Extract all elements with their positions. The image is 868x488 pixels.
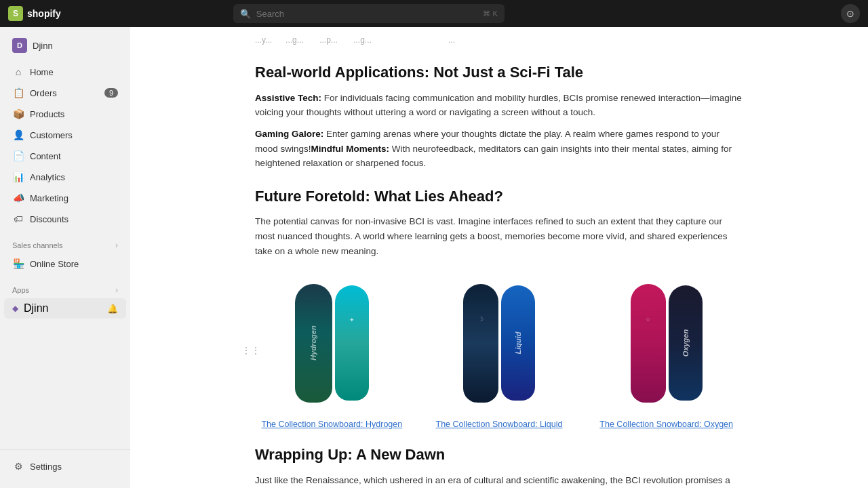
sidebar-item-online-store[interactable]: 🏪 Online Store	[4, 253, 126, 274]
sales-channels-chevron[interactable]: ›	[115, 241, 118, 250]
home-icon: ⌂	[12, 66, 24, 78]
sidebar-item-discounts[interactable]: 🏷 Discounts	[4, 209, 126, 229]
product-item-hydrogen: Hydrogen ✦ The Collection Snowboard: Hyd…	[255, 272, 409, 429]
products-icon: 📦	[12, 108, 24, 120]
sidebar-item-products-label: Products	[30, 109, 64, 119]
sidebar-item-analytics[interactable]: 📊 Analytics	[4, 167, 126, 187]
djinn-app-left: ◆ Djinn	[12, 302, 48, 314]
sidebar-item-analytics-label: Analytics	[30, 172, 65, 182]
marketing-icon: 📣	[12, 192, 24, 204]
settings-icon: ⚙	[12, 460, 24, 472]
analytics-icon: 📊	[12, 171, 24, 183]
search-shortcut: ⌘ K	[483, 9, 497, 18]
topbar-right: ⊙	[841, 4, 860, 23]
article-intro-fade: ...y... ...g... ...p... ...g... ...	[255, 27, 743, 47]
sidebar-item-orders[interactable]: 📋 Orders 9	[4, 83, 126, 103]
product-grid-section: ⋮⋮ Hydrogen ✦	[255, 272, 743, 429]
product-item-liquid: ☽ Liquid The Collection Snowboard: Liqui…	[422, 272, 576, 429]
content-icon: 📄	[12, 150, 24, 162]
sidebar-item-settings-label: Settings	[30, 462, 62, 472]
sidebar-item-settings[interactable]: ⚙ Settings	[4, 456, 126, 476]
sidebar-bottom: ⚙ Settings	[0, 449, 130, 483]
product-image-liquid: ☽ Liquid	[431, 272, 567, 414]
assistive-tech-bold: Assistive Tech:	[255, 93, 321, 103]
sidebar-item-content-label: Content	[30, 151, 61, 161]
sidebar-item-content[interactable]: 📄 Content	[4, 146, 126, 166]
section3-heading: Wrapping Up: A New Dawn	[255, 445, 743, 465]
snowboard-hydrogen-dark: Hydrogen	[295, 284, 332, 403]
future-para: The potential canvas for non-invasive BC…	[255, 214, 743, 258]
sidebar-item-customers-label: Customers	[30, 130, 73, 140]
drag-handle[interactable]: ⋮⋮	[241, 345, 260, 356]
sidebar-item-marketing[interactable]: 📣 Marketing	[4, 188, 126, 208]
product-link-hydrogen[interactable]: The Collection Snowboard: Hydrogen	[261, 420, 402, 429]
product-item-oxygen: ○ Oxygen The Collection Snowboard: Oxyge…	[589, 272, 743, 429]
shopify-logo-text: shopify	[27, 8, 61, 19]
mindful-bold: Mindful Moments:	[311, 144, 389, 154]
shopify-logo[interactable]: S shopify	[8, 6, 61, 21]
sidebar-item-orders-label: Orders	[30, 88, 57, 98]
sidebar-item-products[interactable]: 📦 Products	[4, 104, 126, 124]
djinn-app-icon: ◆	[12, 304, 18, 313]
apps-chevron[interactable]: ›	[115, 285, 118, 295]
product-image-oxygen: ○ Oxygen	[599, 272, 734, 414]
search-icon: 🔍	[240, 9, 251, 19]
topbar: S shopify 🔍 ⌘ K ⊙	[0, 0, 868, 27]
djinn-app-label: Djinn	[24, 302, 48, 314]
snowboard-oxygen-pink: ○	[631, 284, 666, 403]
discounts-icon: 🏷	[12, 213, 24, 225]
apps-section: Apps › ◆ Djinn 🔔	[0, 277, 130, 322]
snowboard-pair-oxygen: ○ Oxygen	[631, 284, 703, 403]
sidebar-item-online-store-label: Online Store	[30, 259, 79, 269]
customers-icon: 👤	[12, 129, 24, 141]
orders-icon: 📋	[12, 87, 24, 99]
sidebar-item-marketing-label: Marketing	[30, 193, 68, 203]
main-content: ...y... ...g... ...p... ...g... ... Real…	[130, 27, 868, 488]
sidebar-item-home-label: Home	[30, 67, 54, 77]
snowboard-pair-liquid: ☽ Liquid	[463, 284, 535, 403]
sidebar: D Djinn ⌂ Home 📋 Orders 9 📦 Products 👤 C…	[0, 27, 130, 488]
product-link-liquid[interactable]: The Collection Snowboard: Liquid	[436, 420, 563, 429]
snowboard-liquid-blue: Liquid	[501, 285, 535, 401]
djinn-bell-icon[interactable]: 🔔	[107, 304, 118, 314]
sidebar-item-home[interactable]: ⌂ Home	[4, 62, 126, 82]
snowboard-liquid-dark: ☽	[463, 284, 498, 403]
sidebar-item-customers[interactable]: 👤 Customers	[4, 125, 126, 145]
snowboard-oxygen-dark: Oxygen	[669, 285, 703, 401]
djinn-avatar: D	[12, 38, 27, 53]
content-area: ...y... ...g... ...p... ...g... ... Real…	[130, 27, 868, 488]
wrapping-para: Just like the Renaissance, which ushered…	[255, 473, 743, 488]
section2-heading: Future Foretold: What Lies Ahead?	[255, 187, 743, 207]
gaming-para: Gaming Galore: Enter gaming arenas where…	[255, 127, 743, 171]
search-bar[interactable]: 🔍 ⌘ K	[233, 4, 505, 23]
product-image-hydrogen: Hydrogen ✦	[264, 272, 399, 414]
assistive-tech-text: For individuals facing communication and…	[255, 93, 742, 118]
section1-heading: Real-world Applications: Not Just a Sci-…	[255, 63, 743, 83]
snowboard-pair-hydrogen: Hydrogen ✦	[295, 284, 369, 403]
sales-channels-label: Sales channels ›	[0, 235, 130, 253]
product-link-oxygen[interactable]: The Collection Snowboard: Oxygen	[599, 420, 733, 429]
sidebar-item-discounts-label: Discounts	[30, 214, 68, 224]
apps-section-label: Apps ›	[0, 280, 130, 298]
shopify-logo-icon: S	[8, 6, 23, 21]
nav-section-main: ⌂ Home 📋 Orders 9 📦 Products 👤 Customers…	[0, 58, 130, 232]
notification-icon[interactable]: ⊙	[841, 4, 860, 23]
search-input[interactable]	[256, 9, 478, 19]
assistive-tech-para: Assistive Tech: For individuals facing c…	[255, 91, 743, 120]
sales-channels-section: Sales channels › 🏪 Online Store	[0, 232, 130, 277]
article-content: ...y... ...g... ...p... ...g... ... Real…	[241, 27, 757, 488]
product-grid: Hydrogen ✦ The Collection Snowboard: Hyd…	[255, 272, 743, 429]
djinn-store-name: Djinn	[33, 41, 53, 51]
online-store-icon: 🏪	[12, 258, 24, 270]
djinn-store-header[interactable]: D Djinn	[4, 34, 126, 57]
orders-badge: 9	[104, 88, 118, 98]
djinn-app-row[interactable]: ◆ Djinn 🔔	[4, 298, 126, 319]
snowboard-hydrogen-teal: ✦	[335, 285, 369, 401]
gaming-bold: Gaming Galore:	[255, 129, 323, 139]
